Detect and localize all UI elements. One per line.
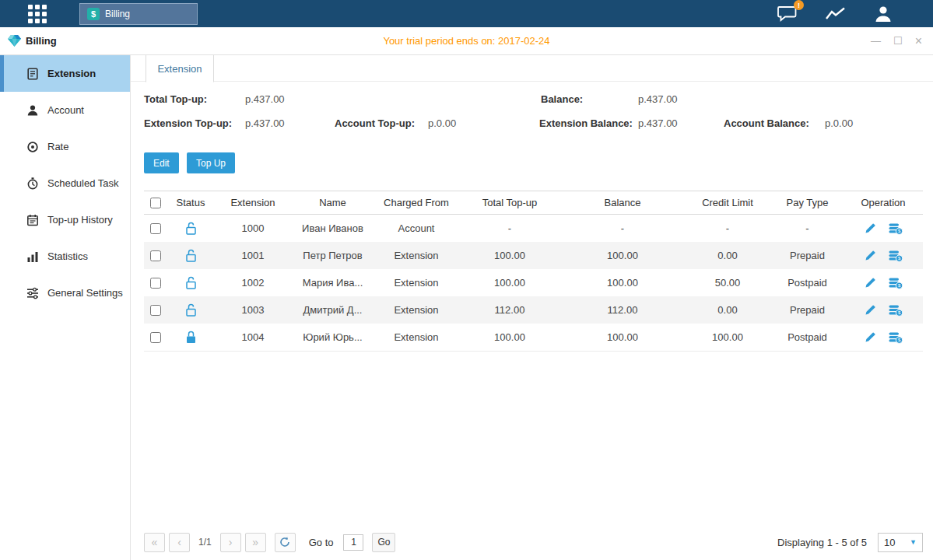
edit-pencil-icon[interactable] <box>865 222 876 234</box>
cell-charged-from: Extension <box>374 250 459 261</box>
cell-name: Юрий Юрь... <box>292 331 374 343</box>
cell-charged-from: Account <box>374 222 459 234</box>
cell-charged-from: Extension <box>374 331 459 343</box>
topup-coins-icon[interactable]: $ <box>889 250 903 262</box>
table-row: 1000 Иван Иванов Account - - - - $ <box>144 215 923 242</box>
select-all-checkbox[interactable] <box>150 198 161 208</box>
cell-pay-type: Postpaid <box>770 277 844 289</box>
account-topup-label: Account Top-up: <box>335 117 415 129</box>
prev-page-button[interactable]: ‹ <box>169 533 190 552</box>
goto-label: Go to <box>309 537 334 548</box>
edit-pencil-icon[interactable] <box>865 331 876 343</box>
pagination-bar: « ‹ 1/1 › » Go to Go Displaying 1 - 5 of… <box>144 531 923 553</box>
col-balance: Balance <box>560 197 685 208</box>
status-unlocked-icon[interactable] <box>185 303 197 317</box>
cell-total-topup: 112.00 <box>459 304 560 316</box>
window-titlebar: Your trial period ends on: 2017-02-24 Bi… <box>0 27 933 55</box>
tab-extension[interactable]: Extension <box>146 55 214 82</box>
cell-total-topup: 100.00 <box>459 277 560 289</box>
cell-name: Иван Иванов <box>292 222 374 234</box>
cell-balance: 100.00 <box>560 331 685 343</box>
taskbar-tab-billing[interactable]: $ Billing <box>79 3 198 25</box>
sidebar-item-label: Statistics <box>47 250 88 262</box>
page-size-select[interactable]: 10 ▼ <box>878 533 923 552</box>
first-page-button[interactable]: « <box>144 533 165 552</box>
next-page-button[interactable]: › <box>220 533 241 552</box>
sidebar-item-label: Scheduled Task <box>47 177 119 189</box>
topup-coins-icon[interactable]: $ <box>889 277 903 289</box>
cell-balance: 100.00 <box>560 277 685 289</box>
col-status: Status <box>167 197 214 208</box>
edit-pencil-icon[interactable] <box>865 304 876 316</box>
last-page-button[interactable]: » <box>245 533 266 552</box>
window-title-label: Billing <box>26 35 57 47</box>
status-locked-icon[interactable] <box>185 331 197 344</box>
page-indicator: 1/1 <box>198 537 212 548</box>
topup-coins-icon[interactable]: $ <box>889 331 903 344</box>
status-unlocked-icon[interactable] <box>185 276 197 289</box>
sidebar-item-rate[interactable]: Rate <box>0 128 130 165</box>
cell-pay-type: Prepaid <box>770 250 844 261</box>
extension-topup-value: p.437.00 <box>245 117 285 129</box>
cell-extension: 1004 <box>214 331 292 343</box>
resource-monitor-icon[interactable] <box>826 7 846 21</box>
sidebar-item-label: Extension <box>47 68 96 79</box>
account-topup-value: p.0.00 <box>428 117 456 129</box>
edit-pencil-icon[interactable] <box>865 277 876 289</box>
edit-pencil-icon[interactable] <box>865 250 876 261</box>
status-unlocked-icon[interactable] <box>185 249 197 262</box>
sidebar-item-scheduled-task[interactable]: Scheduled Task <box>0 165 130 201</box>
table-row: 1001 Петр Петров Extension 100.00 100.00… <box>144 242 923 269</box>
extension-table: Status Extension Name Charged From Total… <box>144 191 923 352</box>
sidebar-item-topup-history[interactable]: Top-up History <box>0 201 130 238</box>
col-charged-from: Charged From <box>374 197 459 208</box>
topup-coins-icon[interactable]: $ <box>889 304 903 317</box>
maximize-icon[interactable]: ☐ <box>893 36 903 46</box>
row-checkbox[interactable] <box>150 278 161 289</box>
sidebar-item-account[interactable]: Account <box>0 92 130 128</box>
row-checkbox[interactable] <box>150 305 161 316</box>
status-unlocked-icon[interactable] <box>185 222 197 235</box>
sidebar-item-extension[interactable]: Extension <box>0 55 130 92</box>
cell-name: Дмитрий Д... <box>292 304 374 316</box>
apps-grid-icon[interactable] <box>28 5 47 23</box>
account-balance-label: Account Balance: <box>724 117 809 129</box>
go-button[interactable]: Go <box>372 533 395 552</box>
topup-button[interactable]: Top Up <box>187 152 235 173</box>
notifications-chat-icon[interactable]: ! <box>777 5 798 22</box>
cell-name: Петр Петров <box>292 250 374 261</box>
cell-credit-limit: - <box>685 222 770 234</box>
row-checkbox[interactable] <box>150 250 161 261</box>
taskbar-tab-label: Billing <box>105 9 130 19</box>
cell-charged-from: Extension <box>374 277 459 289</box>
sidebar-item-statistics[interactable]: Statistics <box>0 238 130 275</box>
cell-credit-limit: 0.00 <box>685 250 770 261</box>
table-header: Status Extension Name Charged From Total… <box>144 191 923 215</box>
balance-label: Balance: <box>541 93 583 105</box>
close-icon[interactable]: × <box>915 35 922 47</box>
edit-button[interactable]: Edit <box>144 152 179 173</box>
tab-strip: Extension <box>131 55 933 82</box>
col-total-topup: Total Top-up <box>459 197 560 208</box>
topup-coins-icon[interactable]: $ <box>889 222 903 235</box>
col-operation: Operation <box>844 197 922 208</box>
goto-page-input[interactable] <box>343 534 363 551</box>
row-checkbox[interactable] <box>150 223 161 234</box>
account-balance-value: p.0.00 <box>825 117 853 129</box>
cell-credit-limit: 100.00 <box>685 331 770 343</box>
minimize-icon[interactable]: — <box>871 36 881 46</box>
refresh-button[interactable] <box>275 533 296 552</box>
extension-topup-label: Extension Top-up: <box>144 117 232 129</box>
cell-extension: 1000 <box>214 222 292 234</box>
user-account-icon[interactable] <box>874 5 893 23</box>
col-extension: Extension <box>214 197 292 208</box>
sidebar-item-general-settings[interactable]: General Settings <box>0 275 130 311</box>
main-content: Extension Total Top-up: p.437.00 Balance… <box>131 55 933 560</box>
cell-balance: 112.00 <box>560 304 685 316</box>
cell-extension: 1002 <box>214 277 292 289</box>
total-topup-value: p.437.00 <box>245 93 285 105</box>
refresh-icon <box>279 537 290 548</box>
cell-pay-type: Prepaid <box>770 304 844 316</box>
bar-chart-icon <box>26 250 39 263</box>
row-checkbox[interactable] <box>150 332 161 343</box>
